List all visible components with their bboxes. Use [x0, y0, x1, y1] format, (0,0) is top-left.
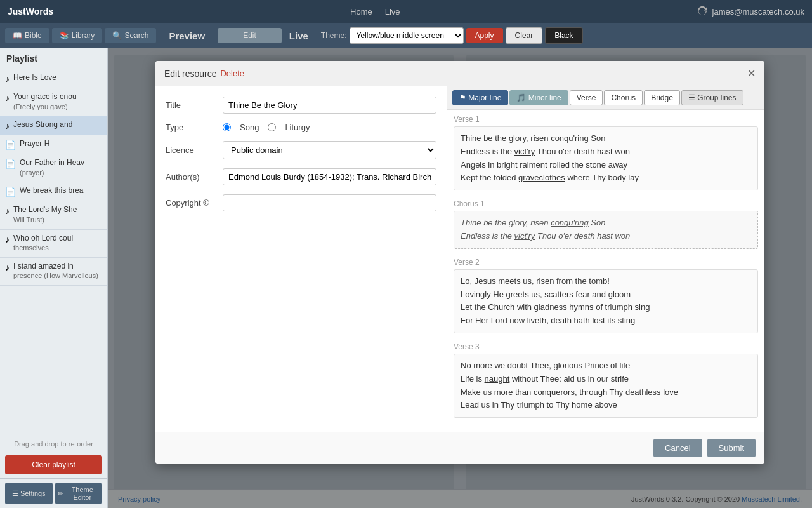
modal-header: Edit resource Delete ✕: [155, 61, 764, 86]
item-icon: ♪: [5, 121, 10, 131]
title-row: Title: [166, 97, 436, 114]
item-text: Prayer H: [20, 139, 49, 149]
item-text: Who oh Lord coulthemselves: [13, 234, 73, 253]
library-button[interactable]: 📚 Library: [52, 28, 103, 43]
toolbar: 📖 Bible 📚 Library 🔍 Search Preview Edit …: [0, 23, 812, 48]
item-icon: ♪: [5, 74, 10, 84]
type-label: Type: [166, 123, 216, 132]
topbar: JustWords Home Live james@muscatech.co.u…: [0, 0, 812, 23]
brand-label: JustWords: [8, 6, 53, 17]
item-icon: ♪: [5, 262, 10, 272]
playlist-item[interactable]: ♪ I stand amazed inpresence (How Marvell…: [0, 258, 107, 286]
item-text: We break this brea: [20, 186, 84, 196]
modal-title: Edit resource: [164, 69, 216, 79]
verse-lines: Thine be the glory, risen conqu'ring Son…: [454, 126, 758, 190]
playlist-item[interactable]: ♪ Here Is Love: [0, 69, 107, 88]
playlist-item[interactable]: ♪ Your grace is enou(Freely you gave): [0, 88, 107, 116]
tab-group[interactable]: ☰ Group lines: [681, 90, 743, 105]
refresh-icon[interactable]: [697, 6, 707, 17]
search-icon: 🔍: [112, 31, 122, 40]
type-song-radio[interactable]: [223, 123, 231, 131]
nav-home[interactable]: Home: [350, 7, 372, 17]
item-icon: 📄: [5, 159, 16, 169]
item-icon: ♪: [5, 234, 10, 244]
preview-label: Preview: [159, 30, 215, 41]
type-liturgy-radio[interactable]: [268, 123, 276, 131]
lyrics-panel: ⚑ Major line🎵 Minor lineVerseChorusBridg…: [447, 86, 764, 432]
licence-row: Licence Public domain: [166, 141, 436, 159]
tab-minor[interactable]: 🎵 Minor line: [509, 90, 568, 105]
theme-editor-icon: ✏: [58, 490, 63, 498]
modal-body: Title Type Song Liturgy: [155, 86, 764, 432]
verse-block: Chorus 1Thine be the glory, risen conqu'…: [454, 199, 758, 249]
submit-button[interactable]: Submit: [707, 439, 756, 457]
theme-select[interactable]: Yellow/blue middle screen: [350, 27, 464, 44]
tab-chorus[interactable]: Chorus: [604, 90, 643, 105]
licence-label: Licence: [166, 145, 216, 155]
type-row: Type Song Liturgy: [166, 123, 436, 132]
bible-icon: 📖: [13, 31, 22, 40]
nav-live[interactable]: Live: [385, 7, 400, 17]
clear-button[interactable]: Clear: [506, 27, 543, 44]
content-area: Edit resource Delete ✕ Title Typ: [108, 48, 812, 508]
search-button[interactable]: 🔍 Search: [105, 28, 156, 43]
playlist-item[interactable]: 📄 Prayer H: [0, 135, 107, 154]
licence-select[interactable]: Public domain: [223, 141, 436, 159]
type-liturgy-label: Liturgy: [285, 123, 310, 132]
bible-button[interactable]: 📖 Bible: [5, 28, 49, 43]
item-text: Here Is Love: [13, 73, 56, 83]
playlist-item[interactable]: ♪ Jesus Strong and: [0, 116, 107, 135]
type-song-label: Song: [240, 123, 259, 132]
authors-row: Author(s): [166, 168, 436, 185]
item-text: Jesus Strong and: [13, 120, 72, 130]
topbar-right: james@muscatech.co.uk: [697, 6, 804, 17]
type-radio-group: Song Liturgy: [223, 123, 310, 132]
copyright-input[interactable]: [223, 194, 436, 211]
item-text: Your grace is enou(Freely you gave): [13, 92, 77, 112]
theme-editor-button[interactable]: ✏ Theme Editor: [55, 483, 103, 504]
tab-bridge[interactable]: Bridge: [644, 90, 680, 105]
item-icon: ♪: [5, 206, 10, 216]
playlist-item[interactable]: 📄 Our Father in Heav(prayer): [0, 154, 107, 182]
bottom-buttons: ☰ Settings ✏ Theme Editor: [0, 478, 107, 508]
lyrics-content: Verse 1Thine be the glory, risen conqu'r…: [447, 110, 764, 432]
nav-links: Home Live: [350, 7, 400, 17]
minor-icon: 🎵: [516, 93, 528, 102]
authors-label: Author(s): [166, 172, 216, 182]
copyright-row: Copyright ©: [166, 194, 436, 211]
copyright-label: Copyright ©: [166, 198, 216, 208]
modal-close-button[interactable]: ✕: [747, 67, 756, 79]
cancel-button[interactable]: Cancel: [653, 439, 702, 457]
verse-block: Verse 3No more we doubt Thee, glorious P…: [454, 342, 758, 418]
modal-delete-link[interactable]: Delete: [220, 69, 244, 78]
settings-icon: ☰: [12, 490, 18, 498]
tab-verse[interactable]: Verse: [570, 90, 603, 105]
settings-button[interactable]: ☰ Settings: [5, 483, 53, 504]
authors-input[interactable]: [223, 168, 436, 185]
item-text: I stand amazed inpresence (How Marvellou…: [13, 262, 98, 281]
edit-resource-modal: Edit resource Delete ✕ Title Typ: [155, 61, 764, 464]
verse-lines: No more we doubt Thee, glorious Prince o…: [454, 354, 758, 418]
playlist-item[interactable]: ♪ The Lord's My SheWill Trust): [0, 201, 107, 229]
flag-icon: ⚑: [459, 93, 468, 102]
verse-block: Verse 2Lo, Jesus meets us, risen from th…: [454, 258, 758, 333]
section-label: Verse 1: [454, 115, 758, 124]
edit-button[interactable]: Edit: [218, 28, 282, 43]
playlist-header: Playlist: [0, 48, 107, 69]
playlist-item[interactable]: 📄 We break this brea: [0, 182, 107, 201]
black-button[interactable]: Black: [545, 27, 582, 44]
apply-button[interactable]: Apply: [466, 28, 503, 43]
title-label: Title: [166, 100, 216, 110]
tab-major[interactable]: ⚑ Major line: [452, 90, 508, 105]
title-input[interactable]: [223, 97, 436, 114]
library-icon: 📚: [60, 31, 69, 40]
theme-label: Theme:: [321, 31, 347, 40]
main-layout: Playlist ♪ Here Is Love ♪ Your grace is …: [0, 48, 812, 508]
verse-lines: Lo, Jesus meets us, risen from the tomb!…: [454, 269, 758, 333]
clear-playlist-button[interactable]: Clear playlist: [5, 455, 102, 474]
section-label: Verse 3: [454, 342, 758, 351]
modal-title-row: Edit resource Delete: [164, 69, 244, 79]
playlist-item[interactable]: ♪ Who oh Lord coulthemselves: [0, 230, 107, 258]
item-icon: 📄: [5, 187, 16, 197]
section-label: Verse 2: [454, 258, 758, 267]
